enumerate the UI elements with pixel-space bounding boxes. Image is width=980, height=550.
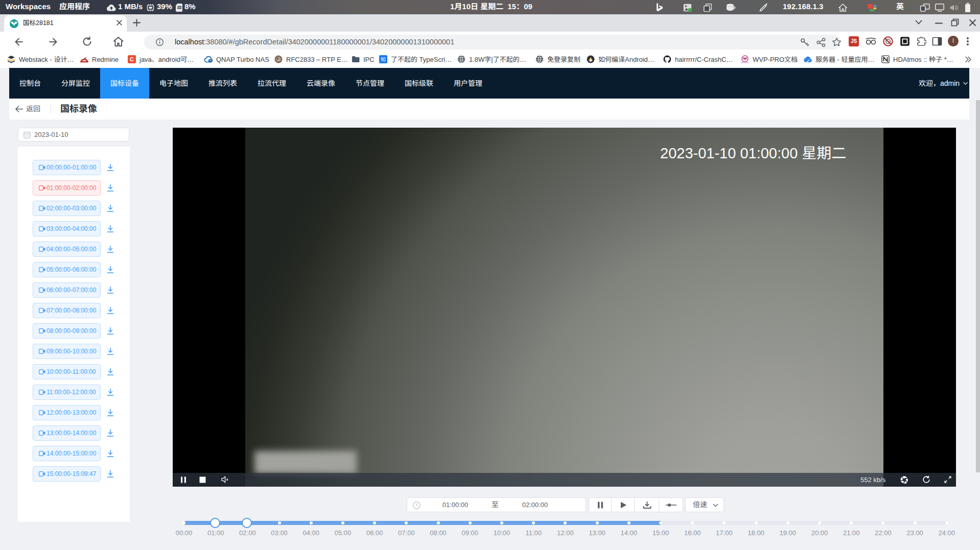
svg-text:C: C (130, 56, 134, 62)
svg-text:知: 知 (381, 55, 386, 63)
svg-text:WVP-PRO: WVP-PRO (741, 62, 749, 64)
